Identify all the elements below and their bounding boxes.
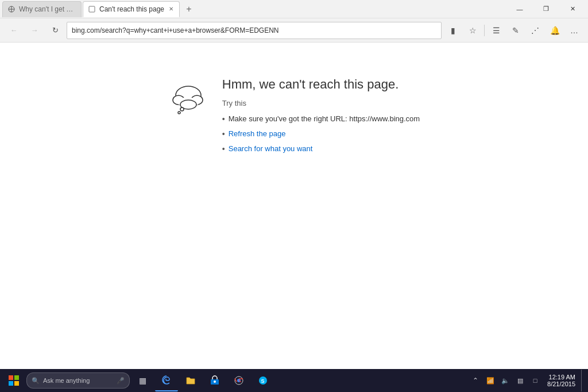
refresh-icon: ↻ <box>52 26 59 34</box>
feedback-button[interactable]: 🔔 <box>546 21 564 40</box>
error-title: Hmm, we can't reach this page. <box>222 77 420 92</box>
book-icon: ▮ <box>451 26 455 35</box>
reading-list-button[interactable]: ▮ <box>444 21 462 40</box>
refresh-page-link[interactable]: Refresh the page <box>229 129 286 138</box>
search-link[interactable]: Search for what you want <box>229 144 313 153</box>
bullet-3: • <box>222 144 225 153</box>
toolbar-icons: ▮ ☆ ☰ ✎ ⋰ 🔔 … <box>444 21 583 40</box>
back-icon: ← <box>10 26 18 34</box>
hub-icon: ☰ <box>493 26 500 35</box>
new-tab-button[interactable]: + <box>181 1 197 17</box>
star-icon: ☆ <box>469 26 477 35</box>
error-text: Hmm, we can't reach this page. Try this … <box>222 77 420 153</box>
tab1-label: Why can't I get online? - Win <box>19 5 76 13</box>
svg-rect-3 <box>89 6 95 12</box>
maximize-button[interactable]: ❐ <box>533 0 559 18</box>
tab-2[interactable]: Can't reach this page ✕ <box>83 1 180 17</box>
title-bar: Why can't I get online? - Win Can't reac… <box>0 0 588 18</box>
hub-button[interactable]: ☰ <box>487 21 505 40</box>
forward-button[interactable]: → <box>25 21 44 40</box>
try-this-label: Try this <box>222 99 420 107</box>
bell-icon: 🔔 <box>550 26 560 35</box>
tab-strip: Why can't I get online? - Win Can't reac… <box>2 1 506 17</box>
pencil-icon: ✎ <box>512 26 519 35</box>
svg-point-9 <box>180 107 184 111</box>
bullet-2: • <box>222 129 225 139</box>
address-url: bing.com/search?q=why+cant+i+use+a+brows… <box>72 26 436 34</box>
favorites-button[interactable]: ☆ <box>463 21 482 40</box>
tab2-favicon <box>88 5 96 13</box>
svg-point-10 <box>178 112 180 114</box>
tab-1[interactable]: Why can't I get online? - Win <box>2 1 82 17</box>
address-bar[interactable]: bing.com/search?q=why+cant+i+use+a+brows… <box>67 22 442 39</box>
cloud-icon <box>168 79 208 120</box>
minimize-button[interactable]: — <box>506 0 533 18</box>
more-button[interactable]: … <box>565 21 583 40</box>
page-content: Hmm, we can't reach this page. Try this … <box>0 43 588 369</box>
suggestion-1: • Make sure you've got the right URL: ht… <box>222 114 420 124</box>
web-notes-button[interactable]: ✎ <box>506 21 525 40</box>
share-icon: ⋰ <box>531 26 539 35</box>
suggestions-list: • Make sure you've got the right URL: ht… <box>222 114 420 153</box>
close-button[interactable]: ✕ <box>559 0 586 18</box>
more-icon: … <box>570 26 578 35</box>
toolbar-divider <box>484 25 485 36</box>
forward-icon: → <box>31 26 38 34</box>
window-controls: — ❐ ✕ <box>506 0 586 18</box>
tab2-close-icon[interactable]: ✕ <box>168 5 175 13</box>
tab2-label: Can't reach this page <box>99 5 164 13</box>
suggestion-1-text: Make sure you've got the right URL: http… <box>229 114 420 123</box>
share-button[interactable]: ⋰ <box>526 21 544 40</box>
back-button[interactable]: ← <box>5 21 23 40</box>
bullet-1: • <box>222 114 225 124</box>
refresh-button[interactable]: ↻ <box>46 21 64 40</box>
toolbar: ← → ↻ bing.com/search?q=why+cant+i+use+a… <box>0 18 588 43</box>
tab1-favicon <box>7 5 16 13</box>
suggestion-2[interactable]: • Refresh the page <box>222 129 420 139</box>
suggestion-3[interactable]: • Search for what you want <box>222 144 420 153</box>
error-container: Hmm, we can't reach this page. Try this … <box>168 77 420 369</box>
